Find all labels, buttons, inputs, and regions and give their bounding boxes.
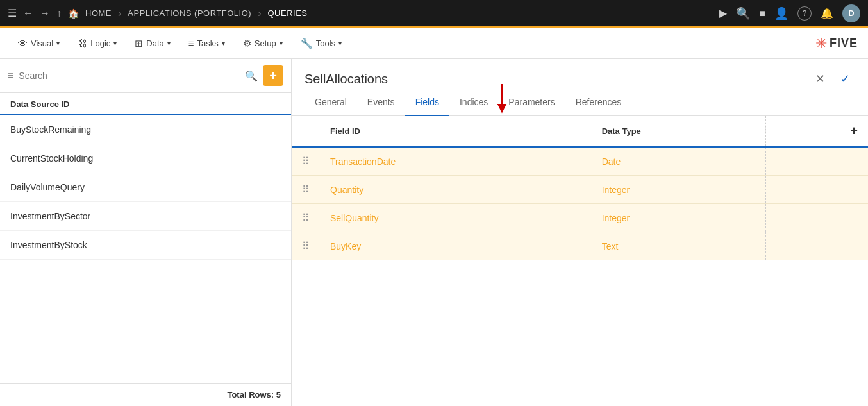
bell-icon[interactable]: 🔔 xyxy=(821,7,833,19)
breadcrumb-applications[interactable]: APPLICATIONS (PORTFOLIO) xyxy=(128,8,251,18)
drag-dots-icon: ⠿ xyxy=(302,241,310,251)
table-row: ⠿ SellQuantity Integer xyxy=(292,204,868,232)
nav-tasks[interactable]: ≡ Tasks ▾ xyxy=(181,34,233,53)
tools-icon: 🔧 xyxy=(301,38,313,49)
list-item[interactable]: DailyVolumeQuery xyxy=(0,173,291,202)
main-layout: ≡ 🔍 + Data Source ID BuyStockRemaining C… xyxy=(0,59,868,406)
list-item[interactable]: InvestmentByStock xyxy=(0,231,291,260)
nav-visual[interactable]: 👁 Visual ▾ xyxy=(10,34,67,53)
search-icon[interactable]: 🔍 xyxy=(245,70,258,82)
logo-text: FIVE xyxy=(830,37,858,50)
divider xyxy=(571,232,592,260)
stop-icon[interactable]: ■ xyxy=(759,8,765,19)
logic-label: Logic xyxy=(90,38,110,48)
tab-fields[interactable]: Fields xyxy=(405,89,449,116)
up-icon[interactable]: ↑ xyxy=(56,8,62,19)
close-button[interactable]: ✕ xyxy=(810,69,830,89)
tab-events[interactable]: Events xyxy=(357,89,405,116)
table-row: ⠿ BuyKey Text xyxy=(292,232,868,260)
chat-icon[interactable]: 👤 xyxy=(774,6,789,21)
sidebar: ≡ 🔍 + Data Source ID BuyStockRemaining C… xyxy=(0,59,292,406)
tab-indices[interactable]: Indices xyxy=(449,89,498,116)
play-icon[interactable]: ▶ xyxy=(719,7,727,19)
drag-column-header xyxy=(292,116,320,147)
sidebar-list: BuyStockRemaining CurrentStockHolding Da… xyxy=(0,115,291,383)
nav-tools[interactable]: 🔧 Tools ▾ xyxy=(293,34,349,53)
list-item[interactable]: CurrentStockHolding xyxy=(0,144,291,173)
logo-icon: ✳ xyxy=(815,35,827,52)
action-cell xyxy=(787,204,868,232)
tasks-label: Tasks xyxy=(197,38,219,48)
table-row: ⠿ Quantity Integer xyxy=(292,176,868,204)
tabs-bar: General Events Fields Indices Parameters… xyxy=(292,89,868,116)
nav-setup[interactable]: ⚙ Setup ▾ xyxy=(235,34,290,53)
divider-col-1 xyxy=(571,116,592,147)
content-actions: ✕ ✓ xyxy=(810,69,855,89)
tab-general[interactable]: General xyxy=(305,89,357,116)
tools-label: Tools xyxy=(316,38,335,48)
search-input[interactable] xyxy=(19,71,240,81)
field-id-cell[interactable]: Quantity xyxy=(320,176,571,204)
breadcrumb-home[interactable]: HOME xyxy=(85,8,112,18)
divider xyxy=(571,204,592,232)
logic-icon: ⛓ xyxy=(78,38,87,49)
table-row: ⠿ TransactionDate Date xyxy=(292,147,868,176)
forward-icon[interactable]: → xyxy=(40,8,50,19)
divider xyxy=(766,147,787,176)
content-header: SellAllocations ✕ ✓ xyxy=(292,59,868,89)
add-button[interactable]: + xyxy=(263,65,283,86)
tabs-container: General Events Fields Indices Parameters… xyxy=(292,89,868,116)
list-item[interactable]: InvestmentBySector xyxy=(0,202,291,231)
drag-handle[interactable]: ⠿ xyxy=(292,232,320,260)
fields-table-container: Field ID Data Type + ⠿ TransactionDate xyxy=(292,116,868,406)
drag-dots-icon: ⠿ xyxy=(302,212,310,223)
search-magnify-icon[interactable]: 🔍 xyxy=(736,6,750,21)
data-type-cell[interactable]: Date xyxy=(592,147,766,176)
data-type-cell[interactable]: Integer xyxy=(592,204,766,232)
help-icon[interactable]: ? xyxy=(797,6,812,21)
divider xyxy=(766,176,787,204)
action-cell xyxy=(787,176,868,204)
drag-dots-icon: ⠿ xyxy=(302,184,310,195)
field-id-cell[interactable]: BuyKey xyxy=(320,232,571,260)
home-icon: 🏠 xyxy=(68,8,79,19)
drag-handle[interactable]: ⠿ xyxy=(292,147,320,176)
field-id-column-header: Field ID xyxy=(320,116,571,147)
nav-data[interactable]: ⊞ Data ▾ xyxy=(127,34,178,53)
divider-col-2 xyxy=(766,116,787,147)
tools-chevron: ▾ xyxy=(338,40,342,47)
add-field-column-header: + xyxy=(787,116,868,147)
data-label: Data xyxy=(146,38,163,48)
table-header-row: Field ID Data Type + xyxy=(292,116,868,147)
filter-icon: ≡ xyxy=(8,70,13,81)
content-title: SellAllocations xyxy=(305,72,810,87)
hamburger-icon[interactable]: ☰ xyxy=(8,7,17,19)
data-type-cell[interactable]: Integer xyxy=(592,176,766,204)
tab-references[interactable]: References xyxy=(565,89,632,116)
divider xyxy=(571,176,592,204)
add-field-button[interactable]: + xyxy=(850,124,858,139)
top-nav-left: ☰ ← → ↑ 🏠 HOME › APPLICATIONS (PORTFOLIO… xyxy=(8,7,713,19)
visual-icon: 👁 xyxy=(18,38,28,49)
nav-logic[interactable]: ⛓ Logic ▾ xyxy=(70,34,124,53)
data-type-column-header: Data Type xyxy=(592,116,766,147)
tab-parameters[interactable]: Parameters xyxy=(498,89,565,116)
back-icon[interactable]: ← xyxy=(23,8,33,19)
divider xyxy=(766,204,787,232)
avatar[interactable]: D xyxy=(842,4,860,22)
data-type-cell[interactable]: Text xyxy=(592,232,766,260)
drag-dots-icon: ⠿ xyxy=(302,156,310,167)
field-id-cell[interactable]: SellQuantity xyxy=(320,204,571,232)
drag-handle[interactable]: ⠿ xyxy=(292,204,320,232)
data-icon: ⊞ xyxy=(135,38,143,49)
field-id-cell[interactable]: TransactionDate xyxy=(320,147,571,176)
breadcrumb-queries[interactable]: QUERIES xyxy=(267,8,307,18)
drag-handle[interactable]: ⠿ xyxy=(292,176,320,204)
breadcrumb-sep-1: › xyxy=(118,8,121,19)
top-nav: ☰ ← → ↑ 🏠 HOME › APPLICATIONS (PORTFOLIO… xyxy=(0,0,868,28)
sidebar-search-bar: ≡ 🔍 + xyxy=(0,59,291,93)
list-item[interactable]: BuyStockRemaining xyxy=(0,115,291,144)
tasks-chevron: ▾ xyxy=(222,40,225,47)
action-cell xyxy=(787,147,868,176)
confirm-button[interactable]: ✓ xyxy=(835,69,855,89)
